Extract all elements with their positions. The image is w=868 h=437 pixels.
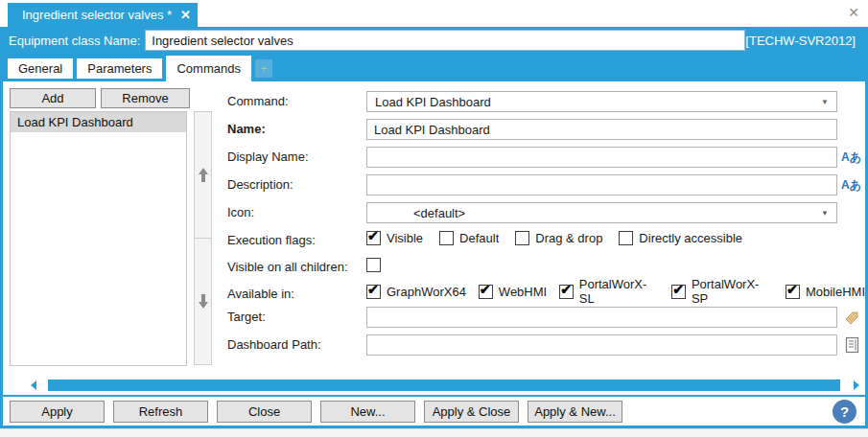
equipment-class-name-input[interactable] [145, 30, 745, 51]
scrollbar-thumb[interactable] [48, 380, 840, 391]
checkbox-visible-all-children[interactable] [366, 258, 381, 272]
display-name-input[interactable] [366, 147, 837, 168]
display-name-label: Display Name: [227, 150, 309, 164]
document-list-icon [845, 336, 859, 354]
checkbox-directly-accessible[interactable]: Directly accessible [619, 231, 742, 245]
checkbox-label: Default [459, 231, 499, 245]
apply-and-close-button[interactable]: Apply & Close [424, 401, 519, 423]
icon-value: <default> [375, 206, 465, 220]
equipment-class-editor: Equipment class Name: [TECHW-SVR2012] Ge… [0, 27, 868, 428]
checkbox-label: WebHMI [499, 285, 547, 299]
add-tab-button[interactable]: + [255, 59, 272, 78]
checkbox-icon [619, 231, 633, 245]
visible-all-children-label: Visible on all children: [227, 260, 348, 274]
tab-commands[interactable]: Commands [166, 56, 250, 81]
command-value: Load KPI Dashboard [375, 95, 491, 109]
tab-general[interactable]: General [8, 58, 73, 79]
checkbox-icon [671, 285, 686, 299]
name-label: Name: [227, 122, 266, 136]
checkbox-icon [366, 285, 381, 299]
horizontal-scrollbar[interactable] [25, 379, 861, 392]
checkbox-graphworx64[interactable]: GraphWorX64 [366, 285, 466, 299]
document-tab[interactable]: Ingredient selector valves * ✕ [8, 3, 198, 27]
tab-parameters[interactable]: Parameters [77, 58, 162, 79]
command-label: Command: [227, 94, 289, 108]
chevron-down-icon: ▼ [821, 209, 829, 218]
name-input[interactable] [366, 119, 837, 140]
workbench-window: Ingredient selector valves * ✕ ✕ Equipme… [0, 0, 868, 437]
server-badge: [TECHW-SVR2012] [745, 34, 856, 48]
checkbox-portalworx-sl[interactable]: PortalWorX-SL [559, 277, 659, 306]
checkbox-label: Directly accessible [639, 231, 742, 245]
checkbox-icon [786, 285, 800, 299]
equipment-name-bar: Equipment class Name: [TECHW-SVR2012] [3, 27, 865, 54]
checkbox-icon [439, 231, 454, 245]
tab-strip: General Parameters Commands + [3, 54, 865, 81]
checkbox-label: GraphWorX64 [387, 285, 466, 299]
window-close-icon[interactable]: ✕ [848, 5, 859, 20]
help-icon[interactable]: ? [833, 400, 856, 424]
checkbox-visible[interactable]: Visible [366, 231, 423, 245]
description-input[interactable] [366, 174, 837, 196]
document-tab-close-icon[interactable]: ✕ [180, 8, 191, 22]
command-list[interactable]: Load KPI Dashboard [10, 111, 187, 366]
reorder-controls [194, 111, 212, 366]
up-arrow-icon [198, 167, 209, 183]
footer-toolbar: Apply Refresh Close New... Apply & Close… [3, 395, 865, 426]
execution-flags-label: Execution flags: [227, 233, 316, 247]
checkbox-mobilehmi[interactable]: MobileHMI [786, 285, 865, 299]
refresh-button[interactable]: Refresh [113, 401, 208, 423]
equipment-class-name-label: Equipment class Name: [9, 34, 140, 48]
localize-icon[interactable]: Aあ [841, 150, 864, 166]
checkbox-drag-drop[interactable]: Drag & drop [515, 231, 602, 245]
checkbox-label: PortalWorX-SL [579, 277, 660, 306]
available-in-label: Available in: [227, 287, 294, 301]
checkbox-label: MobileHMI [806, 285, 865, 299]
target-label: Target: [227, 310, 266, 324]
checkbox-label: Visible [387, 231, 423, 245]
commands-panel: Add Remove Load KPI Dashboard Comman [3, 81, 865, 374]
execution-flags-group: Visible Default Drag & drop Directly acc… [366, 228, 742, 247]
down-arrow-icon [198, 293, 209, 310]
checkbox-icon [479, 285, 493, 299]
dashboard-path-label: Dashboard Path: [227, 337, 321, 352]
icon-label: Icon: [227, 205, 254, 219]
checkbox-icon [366, 231, 381, 245]
window-bottom-margin [0, 428, 868, 437]
target-input[interactable] [366, 307, 837, 328]
checkbox-label: Drag & drop [535, 231, 602, 245]
checkbox-webhmi[interactable]: WebHMI [479, 285, 547, 299]
tag-browse-icon[interactable] [842, 307, 861, 328]
add-command-button[interactable]: Add [10, 88, 96, 108]
checkbox-portalworx-sp[interactable]: PortalWorX-SP [671, 277, 773, 306]
new-button[interactable]: New... [320, 401, 415, 423]
visible-all-children-group [366, 255, 381, 274]
dashboard-path-input[interactable] [366, 334, 837, 356]
list-item[interactable]: Load KPI Dashboard [11, 112, 186, 132]
document-tab-title: Ingredient selector valves * [22, 8, 172, 22]
localize-icon[interactable]: Aあ [841, 177, 864, 194]
checkbox-icon [559, 285, 574, 299]
apply-button[interactable]: Apply [10, 401, 105, 423]
dashboard-browse-icon[interactable] [842, 334, 861, 356]
move-down-button[interactable] [194, 238, 212, 365]
move-up-button[interactable] [194, 111, 212, 239]
available-in-group: GraphWorX64 WebHMI PortalWorX-SL PortalW… [366, 282, 865, 301]
checkbox-default[interactable]: Default [439, 231, 499, 245]
close-button[interactable]: Close [217, 401, 312, 423]
checkbox-icon [366, 258, 381, 272]
remove-command-button[interactable]: Remove [101, 88, 190, 108]
checkbox-label: PortalWorX-SP [692, 277, 773, 306]
document-tab-bar: Ingredient selector valves * ✕ ✕ [0, 0, 868, 27]
scroll-left-icon[interactable] [31, 380, 36, 390]
chevron-down-icon: ▼ [821, 98, 829, 106]
command-select[interactable]: Load KPI Dashboard ▼ [366, 91, 837, 112]
icon-select[interactable]: <default> ▼ [366, 202, 837, 223]
scroll-right-icon[interactable] [854, 380, 859, 390]
checkbox-icon [515, 231, 529, 245]
apply-and-new-button[interactable]: Apply & New... [528, 401, 622, 423]
tag-icon [844, 310, 860, 326]
description-label: Description: [227, 177, 293, 192]
